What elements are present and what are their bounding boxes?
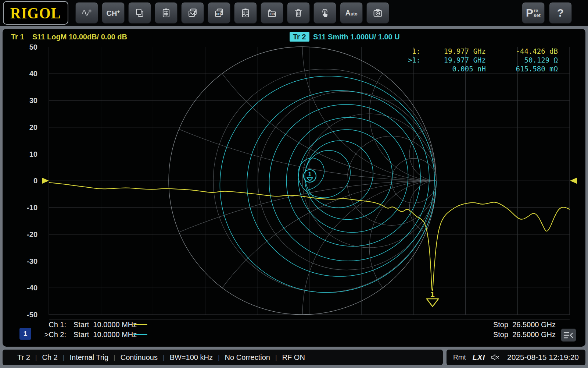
screenshot-button[interactable] [366,2,389,24]
channel-row: >Ch 2:Start 10.0000 MHzStop 26.5000 GHz [3,330,585,339]
preset-button[interactable]: P reset [522,2,545,24]
status-separator: | [218,354,220,361]
trace2-tab[interactable]: Tr 2 [290,32,309,42]
status-separator: | [63,354,65,361]
status-separator: | [35,354,37,361]
marker-readout: 1:19.977 GHz-44.426 dB>1:19.977 GHz50.12… [399,47,558,73]
rigol-logo: RIGOL [3,1,68,25]
y-axis-tick: -30 [12,256,37,266]
new-channel-window-button[interactable]: CH+ [208,2,230,24]
help-icon: ? [557,7,564,19]
channel-start-freq: Start 10.0000 MHz [74,320,137,329]
plot-canvas: 11 [3,29,585,347]
channel-label: >Ch 2: [3,330,66,339]
status-separator: | [114,354,115,361]
y-axis-tick: 10 [12,149,37,159]
svg-text:CH: CH [270,12,275,16]
auto-scale-button[interactable]: Auto [340,2,363,24]
y-axis-tick: -40 [12,283,37,293]
screen-bezel: 11 Tr 1 S11 LogM 10.00dB/ 0.00 dB Tr 2 S… [0,26,588,368]
marker-readout-row: >1:19.977 GHz50.129 Ω [399,56,558,64]
help-button[interactable]: ? [549,2,572,24]
svg-text:+: + [220,11,222,14]
status-bar: Tr 2|Ch 2|Internal Trig|Continuous|BW=10… [3,350,585,365]
status-bar-right: Rmt LXI 2025-08-15 12:19:20 [447,350,585,365]
menu-collapse-icon [562,330,575,340]
channel-add-button[interactable]: CH+ [102,2,125,24]
channel-row: Ch 1:Start 10.0000 MHzStop 26.5000 GHz [3,320,585,329]
speaker-mute-icon[interactable] [491,354,500,361]
trace-color-sample [133,324,147,325]
y-axis-tick: 0 [12,176,37,186]
marker-readout-row: 1:19.977 GHz-44.426 dB [399,47,558,56]
svg-text:1: 1 [308,171,312,177]
y-axis-tick: -10 [12,202,37,213]
trace2-settings-label: S11 Smith 1.000U/ 1.00 U [313,32,400,42]
y-axis-tick: 50 [12,42,37,52]
toolbar-buttons: CH+CH+CHAuto [68,2,389,24]
status-item[interactable]: Tr 2 [17,353,30,362]
new-trace-window-button[interactable] [181,2,204,24]
rigol-logo-text: RIGOL [10,4,61,22]
channel-start-freq: Start 10.0000 MHz [74,330,137,339]
lxi-indicator: LXI [473,353,485,362]
status-separator: | [275,354,277,361]
marker-readout-row: 0.005 nH615.580 mΩ [399,64,558,73]
clock: 2025-08-15 12:19:20 [507,353,579,362]
svg-text:CH: CH [216,12,220,16]
trace-color-sample [133,334,147,335]
svg-text:1: 1 [430,290,435,298]
remote-indicator: Rmt [453,353,466,361]
channel-stop-freq: Stop 26.5000 GHz [493,320,556,329]
delete-button[interactable] [287,2,310,24]
y-axis-tick: -20 [12,229,37,240]
status-bar-left: Tr 2|Ch 2|Internal Trig|Continuous|BW=10… [3,350,443,365]
status-separator: | [163,354,165,361]
report-button[interactable] [155,2,178,24]
display-area: 11 Tr 1 S11 LogM 10.00dB/ 0.00 dB Tr 2 S… [3,29,585,347]
y-axis-tick: -50 [12,309,37,320]
status-item[interactable]: BW=100 kHz [170,353,213,362]
menu-collapse-button[interactable] [561,329,576,342]
channel-setup-button[interactable]: CH [261,2,283,24]
status-item[interactable]: Continuous [121,353,158,362]
trace-add-button[interactable] [75,2,98,24]
toolbar: RIGOL CH+CH+CHAuto P reset ? [0,0,588,26]
status-item[interactable]: Ch 2 [42,353,58,362]
touch-button[interactable] [313,2,336,24]
status-item[interactable]: No Correction [225,353,270,362]
measure-setup-button[interactable] [234,2,257,24]
y-axis-tick: 40 [12,68,37,79]
preset-label: P reset [526,7,541,18]
trace1-settings-label: S11 LogM 10.00dB/ 0.00 dB [32,32,127,42]
channel-label: Ch 1: [3,320,66,329]
trace1-tab[interactable]: Tr 1 [11,32,24,42]
channel-stop-freq: Stop 26.5000 GHz [493,330,556,339]
y-axis-tick: 30 [12,95,37,106]
copy-button[interactable] [128,2,151,24]
y-axis-tick: 20 [12,122,37,132]
status-item[interactable]: RF ON [282,353,305,362]
status-item[interactable]: Internal Trig [69,353,108,362]
